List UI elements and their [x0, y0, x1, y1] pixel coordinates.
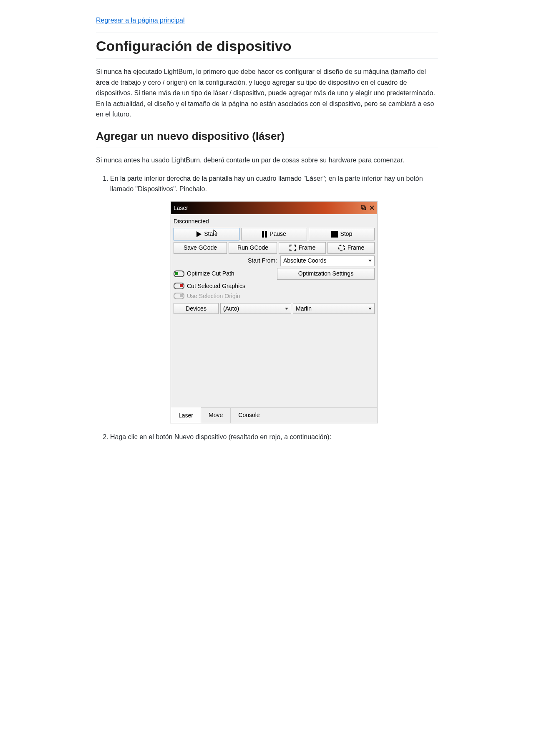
- page-title: Configuración de dispositivo: [96, 38, 438, 59]
- connection-status: Disconnected: [174, 216, 375, 228]
- port-value: (Auto): [223, 304, 239, 313]
- stop-icon: [331, 231, 338, 238]
- stop-button[interactable]: Stop: [309, 228, 375, 240]
- start-from-value: Absolute Coords: [283, 256, 327, 265]
- pause-icon: [262, 231, 267, 238]
- subintro-paragraph: Si nunca antes ha usado LightBurn, deber…: [96, 155, 438, 166]
- port-select[interactable]: (Auto): [220, 303, 291, 314]
- back-link[interactable]: Regresar a la página principal: [96, 17, 185, 24]
- tab-console[interactable]: Console: [231, 408, 267, 422]
- use-selection-origin-toggle: [174, 293, 184, 299]
- titlebar: Laser: [171, 202, 377, 214]
- frame-round-button[interactable]: Frame: [327, 242, 375, 254]
- start-from-label: Start From:: [174, 256, 280, 265]
- play-icon: [196, 231, 202, 237]
- stop-button-label: Stop: [340, 229, 353, 238]
- optimize-cut-path-toggle[interactable]: [174, 271, 184, 277]
- laser-panel-screenshot: Laser Disconnected Start: [171, 201, 378, 423]
- svg-point-4: [339, 245, 345, 251]
- devices-button[interactable]: Devices: [174, 303, 219, 314]
- frame-solid-icon: [289, 244, 297, 252]
- chevron-down-icon: [368, 260, 372, 262]
- intro-paragraph: Si nunca ha ejecutado LightBurn, lo prim…: [96, 66, 438, 120]
- start-button[interactable]: Start: [174, 228, 239, 240]
- cursor-icon: [214, 230, 218, 236]
- device-select[interactable]: Marlin: [293, 303, 375, 314]
- device-value: Marlin: [296, 304, 312, 313]
- cut-selected-toggle[interactable]: [174, 283, 184, 289]
- empty-area: [174, 316, 375, 407]
- tab-move[interactable]: Move: [201, 408, 231, 422]
- pause-button-label: Pause: [270, 229, 286, 238]
- list-item: Haga clic en el botón Nuevo dispositivo …: [110, 432, 438, 442]
- section-heading: Agregar un nuevo dispositivo (láser): [96, 130, 438, 147]
- pause-button[interactable]: Pause: [241, 228, 307, 240]
- tabstrip: Laser Move Console: [171, 407, 377, 422]
- window-title: Laser: [174, 203, 188, 212]
- save-gcode-button[interactable]: Save GCode: [174, 242, 227, 254]
- dock-icon[interactable]: [360, 205, 366, 211]
- frame-rect-label: Frame: [299, 243, 315, 252]
- frame-rect-button[interactable]: Frame: [279, 242, 326, 254]
- cut-selected-label: Cut Selected Graphics: [187, 281, 245, 291]
- tab-laser[interactable]: Laser: [171, 407, 201, 422]
- optimize-cut-path-label: Optimize Cut Path: [187, 269, 234, 278]
- optimization-settings-button[interactable]: Optimization Settings: [277, 268, 375, 280]
- divider: [96, 33, 438, 33]
- frame-dashed-icon: [338, 244, 345, 252]
- run-gcode-button[interactable]: Run GCode: [229, 242, 277, 254]
- frame-round-label: Frame: [348, 243, 364, 252]
- start-from-select[interactable]: Absolute Coords: [280, 255, 375, 266]
- chevron-down-icon: [368, 308, 372, 310]
- list-item: En la parte inferior derecha de la panta…: [110, 173, 438, 195]
- use-selection-origin-label: Use Selection Origin: [187, 291, 240, 301]
- close-icon[interactable]: [369, 205, 375, 211]
- chevron-down-icon: [285, 308, 288, 310]
